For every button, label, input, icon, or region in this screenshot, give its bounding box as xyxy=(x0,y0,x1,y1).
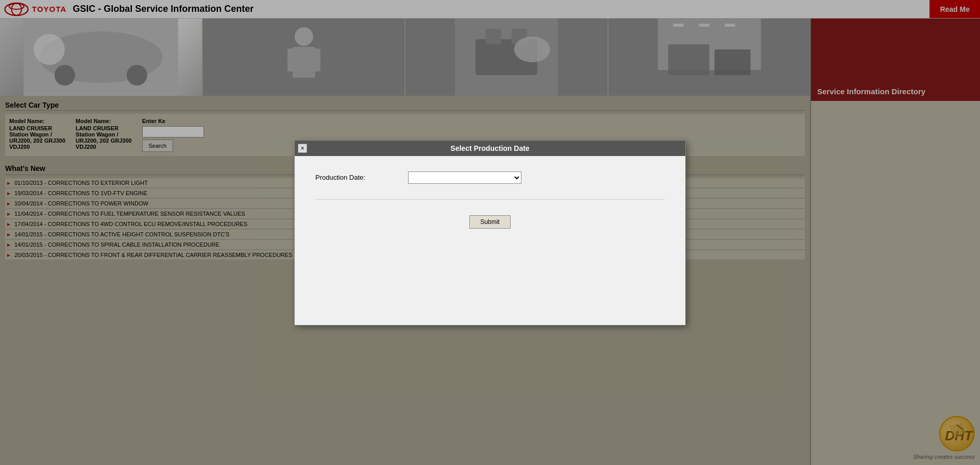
modal-title-text: Select Production Date xyxy=(450,144,529,152)
production-date-select[interactable] xyxy=(408,171,521,184)
modal-titlebar: Select Production Date xyxy=(295,141,685,156)
modal-submit-row: Submit xyxy=(315,215,665,229)
production-date-label: Production Date: xyxy=(315,171,387,181)
production-date-modal: × Select Production Date Production Date… xyxy=(294,140,686,325)
modal-submit-button[interactable]: Submit xyxy=(469,215,511,229)
production-date-select-area xyxy=(408,171,521,184)
modal-close-button[interactable]: × xyxy=(298,144,307,153)
modal-overlay: × Select Production Date Production Date… xyxy=(0,0,980,465)
modal-divider xyxy=(315,199,665,200)
modal-body: Production Date: Submit xyxy=(295,156,685,244)
production-date-row: Production Date: xyxy=(315,171,665,184)
